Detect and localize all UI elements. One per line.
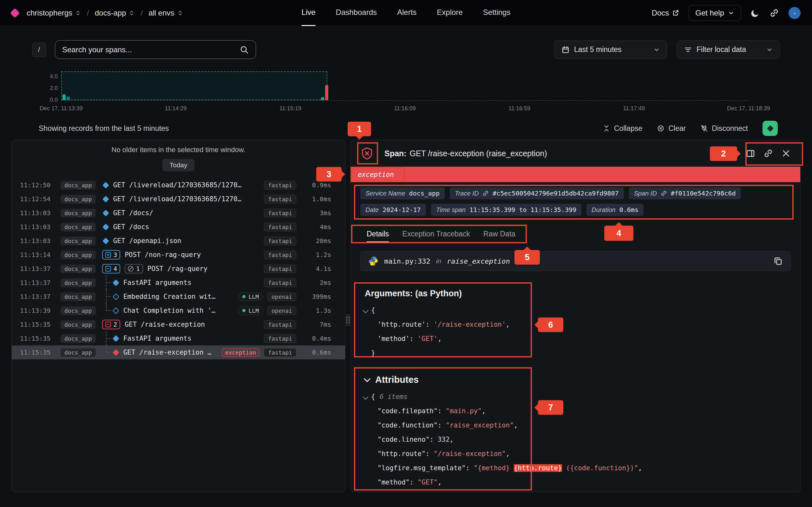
tab-details[interactable]: Details — [367, 230, 389, 242]
span-id-pill[interactable]: Span ID#f0110e542c798c6d — [629, 187, 741, 199]
x-axis-tick: Dec 17, 11:18:39 — [727, 105, 770, 112]
user-avatar[interactable]: - — [789, 7, 801, 19]
open-in-panel-icon[interactable] — [746, 149, 755, 158]
duration: 2ms — [301, 279, 331, 286]
child-count: 4 — [113, 265, 117, 272]
trace-row[interactable]: 11:13:03 docs_app GET /docs fastapi4ms — [12, 220, 345, 234]
span-name: GET /livereload/1270363685/1270… — [113, 181, 242, 189]
trace-row[interactable]: 11:13:39 docs_app Chat Completion with '… — [12, 303, 345, 318]
span-name: Embedding Creation wit… — [123, 293, 216, 300]
chevron-down-icon — [364, 376, 370, 382]
org-switcher[interactable]: christophergs — [27, 9, 81, 17]
clear-button[interactable]: Clear — [657, 124, 686, 133]
collapse-caret-icon[interactable] — [362, 394, 368, 400]
live-indicator-button[interactable] — [763, 121, 778, 136]
trace-row[interactable]: 11:12:50 docs_app GET /livereload/127036… — [12, 178, 345, 192]
child-count: 3 — [113, 251, 117, 258]
timestamp: 11:13:37 — [20, 265, 61, 273]
x-axis-tick: 11:17:49 — [623, 105, 645, 112]
time-selection-window[interactable] — [61, 71, 327, 100]
scope-badge: fastapi — [264, 181, 296, 189]
span-name: FastAPI arguments — [123, 279, 192, 286]
trace-row[interactable]: 11:12:54 docs_app GET /livereload/127036… — [12, 192, 345, 206]
trace-id-pill[interactable]: Trace ID#c5ec5005042796e91d5db42ca9fd980… — [450, 187, 624, 199]
tab-settings[interactable]: Settings — [483, 0, 511, 26]
env-switcher[interactable]: all envs — [148, 9, 183, 17]
tab-dashboards[interactable]: Dashboards — [336, 0, 377, 26]
timeline-plot[interactable] — [61, 71, 749, 101]
tree-branch-connector — [102, 331, 112, 345]
copy-icon[interactable] — [773, 257, 783, 266]
panel-resize-handle[interactable] — [346, 314, 350, 327]
logfire-logo-icon[interactable] — [10, 8, 20, 18]
dark-mode-toggle-icon[interactable] — [751, 8, 760, 18]
collapse-icon — [105, 266, 111, 272]
collapse-caret-icon[interactable] — [362, 307, 368, 313]
span-name: Chat Completion with '… — [123, 307, 216, 314]
trace-row[interactable]: 11:15:35 docs_app 2 GET /raise-exception… — [12, 318, 345, 331]
disconnect-button[interactable]: Disconnect — [700, 124, 748, 133]
collapse-children-button[interactable]: 4 — [102, 264, 120, 274]
attributes-section-toggle[interactable]: Attributes — [365, 375, 800, 385]
y-axis-tick: 4.0 — [38, 73, 58, 80]
trace-row[interactable]: 11:15:35 docs_app FastAPI arguments fast… — [12, 331, 345, 345]
tab-live[interactable]: Live — [302, 0, 316, 26]
x-axis-tick: 11:16:59 — [508, 105, 530, 112]
time-range-button[interactable]: Last 5 minutes — [554, 40, 667, 59]
trace-row[interactable]: 11:13:37 docs_app Embedding Creation wit… — [12, 290, 345, 303]
project-switcher[interactable]: docs-app — [95, 9, 135, 17]
trace-row[interactable]: 11:13:03 docs_app GET /docs/ fastapi3ms — [12, 206, 345, 220]
span-diamond-icon — [102, 195, 109, 202]
scope-badge: fastapi — [264, 348, 296, 357]
copy-link-icon[interactable] — [763, 149, 773, 158]
span-search — [55, 40, 256, 59]
span-detail-panel: Span:GET /raise-exception (raise_excepti… — [351, 140, 801, 493]
scope-badge: fastapi — [264, 223, 296, 231]
tab-exception-traceback[interactable]: Exception Traceback — [402, 230, 470, 242]
collapse-button[interactable]: Collapse — [603, 124, 643, 133]
scope-badge: fastapi — [264, 265, 296, 273]
trace-row-selected[interactable]: 11:15:35 docs_app GET /raise-exception …… — [12, 345, 345, 359]
date-chip[interactable]: Today — [162, 159, 194, 171]
expand-children-button[interactable]: 3 — [102, 250, 120, 260]
share-link-icon[interactable] — [769, 8, 779, 18]
service-name-pill: Service Namedocs_app — [360, 187, 445, 199]
green-dot-icon — [242, 309, 246, 312]
close-icon[interactable] — [781, 149, 791, 158]
highlighted-template-param: {http.route} — [514, 464, 562, 472]
duration: 1.3s — [301, 307, 331, 314]
collapse-children-button[interactable]: 2 — [102, 320, 120, 329]
tab-raw-data[interactable]: Raw Data — [484, 230, 515, 242]
get-help-button[interactable]: Get help — [689, 5, 741, 21]
search-input[interactable] — [62, 45, 240, 54]
trace-row[interactable]: 11:13:14 docs_app 3 POST /non-rag-query … — [12, 248, 345, 262]
breadcrumb-separator: / — [87, 9, 89, 17]
timestamp: 11:13:37 — [20, 293, 61, 300]
hidden-spans-badge[interactable]: 1 — [125, 264, 143, 274]
service-badge: docs_app — [61, 209, 96, 217]
breadcrumb-separator: / — [141, 9, 143, 17]
tab-alerts[interactable]: Alerts — [397, 0, 416, 26]
scope-badge: fastapi — [264, 237, 296, 245]
duration: 20ms — [301, 237, 331, 245]
scope-badge: fastapi — [264, 195, 296, 204]
duration: 3ms — [301, 209, 331, 217]
filter-local-data-button[interactable]: Filter local data — [676, 40, 780, 59]
chevron-up-down-icon — [75, 10, 81, 16]
calendar-icon — [561, 46, 570, 54]
trace-row[interactable]: 11:13:03 docs_app GET /openapi.json fast… — [12, 234, 345, 248]
span-diamond-icon — [113, 279, 119, 286]
timestamp: 11:15:35 — [20, 335, 61, 342]
service-badge: docs_app — [61, 250, 96, 259]
timestamp: 11:13:03 — [20, 209, 61, 217]
span-diamond-icon — [102, 181, 109, 188]
docs-link[interactable]: Docs — [652, 9, 679, 17]
exception-shield-icon — [360, 147, 374, 160]
timestamp: 11:15:35 — [20, 321, 61, 328]
trace-row[interactable]: 11:13:37 docs_app FastAPI arguments fast… — [12, 276, 345, 290]
trace-row[interactable]: 11:13:37 docs_app 4 1 POST /rag-query fa… — [12, 262, 345, 276]
tab-explore[interactable]: Explore — [437, 0, 462, 26]
service-badge: docs_app — [61, 237, 96, 245]
env-name: all envs — [148, 9, 174, 17]
empty-window-notice: No older items in the selected time wind… — [12, 146, 345, 154]
